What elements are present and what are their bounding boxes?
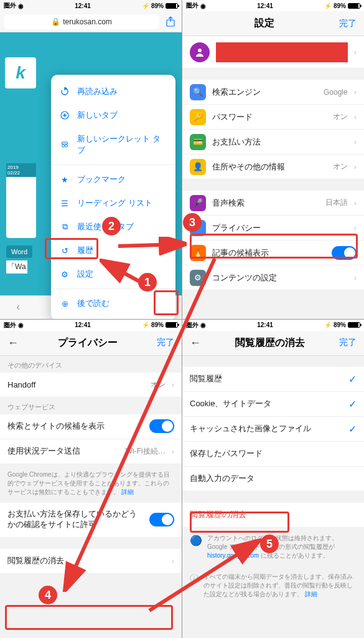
page-title: 閲覧履歴の消去 [235, 336, 305, 350]
menu-read-later[interactable]: ⊕後で読む [51, 292, 175, 315]
done-button[interactable]: 完了 [339, 18, 357, 29]
menu-reading-list[interactable]: ☰リーディング リスト [51, 191, 175, 215]
back-button[interactable]: ‹ [9, 298, 27, 316]
section-other-devices: その他のデバイス [0, 356, 182, 373]
carrier-text: 圏外 [4, 1, 16, 10]
status-bar: 圏外 ◉ 12:41 ⚡89% [0, 0, 182, 11]
url-bar: 🔒 terukosan.com [0, 11, 182, 32]
check-cache[interactable]: キャッシュされた画像とファイル✓ [182, 417, 364, 442]
row-clear-history[interactable]: 閲覧履歴の消去› [0, 549, 182, 574]
status-bar: 圏外 ◉ 12:41 ⚡89% [182, 0, 364, 11]
screen-browser-menu: 圏外 ◉ 12:41 ⚡89% 🔒 terukosan.com k 2019 0… [0, 0, 182, 319]
check-history[interactable]: 閲覧履歴✓ [182, 367, 364, 392]
account-name-redacted [216, 42, 348, 62]
google-icon: 🔵 [190, 534, 202, 548]
truncated-text: 「Wa [6, 260, 27, 274]
row-voice-search[interactable]: 🎤音声検索日本語› [182, 191, 364, 216]
note-web-services: Google Chromeは、より快適なブラウジングを提供する目的でウェブサービ… [0, 464, 182, 503]
section-web-services: ウェブサービス [0, 398, 182, 414]
screen-settings: 圏外 ◉ 12:41 ⚡89% 設定 完了 › 🔍検索エンジンGoogle› 🔑… [182, 0, 364, 319]
toggle-switch[interactable] [332, 246, 357, 260]
svg-point-3 [65, 145, 68, 147]
mic-icon: 🎤 [190, 195, 206, 211]
article-card[interactable]: 2019 02/22 [6, 163, 36, 238]
chevron-icon: › [354, 47, 357, 57]
history-link[interactable]: history.google.com [207, 552, 259, 559]
toggle-switch[interactable] [149, 419, 174, 433]
recent-icon: ⧉ [60, 222, 70, 232]
note-sync: ⓘ すべての端末から同期データを消去します。保存済みのサイト設定は削除されず、普… [182, 566, 364, 605]
row-payment-permission[interactable]: お支払い方法を保存しているかどうかの確認をサイトに許可 [0, 503, 182, 538]
search-icon: 🔍 [190, 84, 206, 100]
star-icon: ★ [60, 174, 70, 184]
check-cookies[interactable]: Cookie、サイトデータ✓ [182, 392, 364, 417]
row-payment[interactable]: 💳お支払い方法› [182, 130, 364, 155]
plus-icon [60, 110, 70, 120]
bluetooth-icon: ⚡ [142, 2, 149, 9]
row-passwords[interactable]: 🔑パスワードオン› [182, 105, 364, 130]
url-host: terukosan.com [63, 17, 112, 26]
battery-icon [348, 3, 360, 9]
svg-point-7 [198, 49, 202, 52]
info-icon: ⓘ [190, 573, 198, 585]
readlist-icon: ☰ [60, 198, 70, 208]
reload-icon [60, 87, 70, 97]
row-privacy[interactable]: ✔プライバシー› [182, 216, 364, 240]
flame-icon: 🔥 [190, 245, 206, 261]
card-date: 2019 02/22 [6, 163, 36, 177]
url-field[interactable]: 🔒 terukosan.com [4, 14, 159, 29]
menu-new-tab[interactable]: 新しいタブ [51, 103, 175, 127]
history-icon: ↺ [60, 245, 70, 255]
detail-link[interactable]: 詳細 [305, 591, 317, 598]
battery-text: 89% [151, 2, 164, 9]
row-article-suggest[interactable]: 🔥記事の候補表示 [182, 240, 364, 265]
back-button[interactable]: ← [7, 336, 19, 350]
menu-settings[interactable]: ⚙設定 [51, 262, 175, 286]
incognito-icon [60, 140, 70, 150]
done-button[interactable]: 完了 [339, 337, 357, 348]
nav-header: ← プライバシー 完了 [0, 331, 182, 356]
status-bar: 圏外 ◉ 12:41 ⚡89% [182, 320, 364, 331]
row-usage-data[interactable]: 使用状況データ送信Wi-Fi接続…› [0, 439, 182, 464]
clock-text: 12:41 [75, 2, 91, 9]
menu-reload[interactable]: 再読み込み [51, 80, 175, 103]
word-button[interactable]: Word [6, 245, 32, 258]
row-content-settings[interactable]: ⚙コンテンツの設定› [182, 265, 364, 290]
toggle-switch[interactable] [149, 513, 174, 526]
avatar-icon [190, 42, 210, 62]
check-icon: ✓ [348, 398, 357, 410]
back-button[interactable]: ← [190, 336, 201, 350]
row-address[interactable]: 👤住所やその他の情報オン› [182, 155, 364, 179]
check-autofill[interactable]: 自動入力のデータ [182, 467, 364, 492]
menu-recent-tabs[interactable]: ⧉最近使ったタブ [51, 215, 175, 239]
shield-icon: ✔ [190, 220, 206, 236]
svg-point-2 [62, 145, 65, 147]
clear-history-button[interactable]: 閲覧履歴の消去 [182, 503, 364, 528]
screen-privacy: 圏外 ◉ 12:41 ⚡89% ← プライバシー 完了 その他のデバイス Han… [0, 320, 182, 639]
check-icon: ✓ [348, 423, 357, 435]
row-search-engine[interactable]: 🔍検索エンジンGoogle› [182, 80, 364, 105]
wifi-icon: ◉ [18, 2, 24, 9]
check-icon: ✓ [348, 373, 357, 385]
gear-icon: ⚙ [60, 269, 70, 279]
screen-clear-history: 圏外 ◉ 12:41 ⚡89% ← 閲覧履歴の消去 完了 閲覧履歴✓ Cooki… [182, 320, 364, 639]
gear-icon: ⚙ [190, 270, 206, 286]
nav-header: ← 閲覧履歴の消去 完了 [182, 331, 364, 356]
menu-incognito[interactable]: 新しいシークレット タブ [51, 127, 175, 162]
check-passwords[interactable]: 保存したパスワード [182, 442, 364, 467]
detail-link[interactable]: 詳細 [121, 488, 134, 495]
site-logo: k [5, 57, 36, 88]
row-handoff[interactable]: Handoffオン› [0, 373, 182, 398]
done-button[interactable]: 完了 [157, 337, 174, 348]
web-content: k 2019 02/22 Word 「Wa 再読み込み 新しいタブ 新しいシーク… [0, 32, 182, 295]
battery-icon [348, 322, 360, 328]
menu-history[interactable]: ↺履歴 [51, 239, 175, 262]
nav-header: 設定 完了 [182, 11, 364, 36]
later-icon: ⊕ [60, 298, 70, 308]
lock-icon: 🔒 [51, 17, 60, 26]
row-search-suggest[interactable]: 検索とサイトの候補を表示 [0, 414, 182, 439]
menu-bookmarks[interactable]: ★ブックマーク [51, 168, 175, 191]
share-button[interactable] [163, 14, 178, 29]
card-icon: 💳 [190, 134, 206, 150]
account-row[interactable]: › [182, 36, 364, 69]
